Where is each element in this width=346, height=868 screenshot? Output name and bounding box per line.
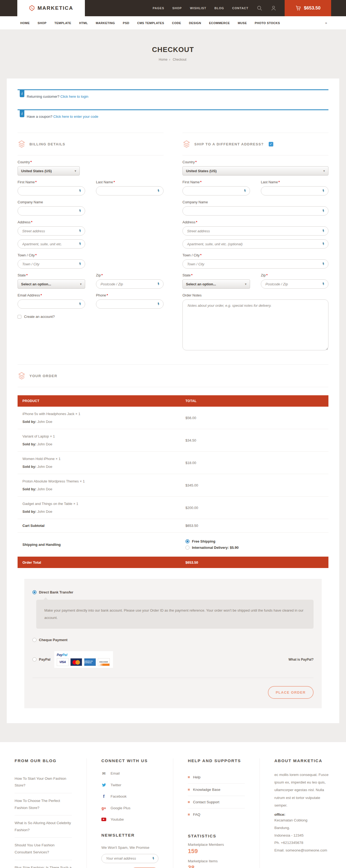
order-total-value: $653.50 <box>185 560 198 564</box>
blog-post-link[interactable]: What is So Alluring About Celebrity Fash… <box>14 815 72 838</box>
subnav-design[interactable]: DESIGN <box>189 21 201 25</box>
shipping-country-select[interactable]: United States (US) ▼ <box>182 166 328 176</box>
email-link[interactable]: ✉Email <box>101 771 159 776</box>
address-line: Kecamatan Coblong <box>274 816 332 824</box>
seller-name: John Doe <box>37 420 53 424</box>
billing-apartment-input[interactable] <box>18 240 85 248</box>
order-total-row: Order Total $653.50 <box>18 557 328 568</box>
breadcrumb-home[interactable]: Home <box>159 58 167 61</box>
facebook-link[interactable]: fFacebook <box>101 794 159 799</box>
subnav-marketing[interactable]: MARKETING <box>96 21 115 25</box>
subnav-muse[interactable]: MUSE <box>238 21 247 25</box>
order-row: Gadget and Things on the Table × 1 Sold … <box>18 497 328 519</box>
contact-support-link[interactable]: Contact Support <box>188 796 245 808</box>
square-bullet-icon <box>188 776 190 778</box>
create-account-checkbox[interactable] <box>18 315 21 319</box>
faq-link[interactable]: FAQ <box>188 808 245 820</box>
logo[interactable]: MARKETICA <box>17 0 85 16</box>
radio-icon[interactable] <box>32 638 36 642</box>
subtotal-label: Cart Subtotal <box>18 524 185 528</box>
radio-selected-icon[interactable] <box>185 539 189 544</box>
blog-post-link[interactable]: How To Choose The Perfect Fashion Store? <box>14 793 72 815</box>
youtube-link[interactable]: ▶Youtube <box>101 817 159 822</box>
free-shipping-option[interactable]: Free Shipping <box>185 539 328 544</box>
subnav-shop[interactable]: SHOP <box>38 21 46 25</box>
billing-street-field-wrap: ✒ <box>18 226 85 236</box>
subnav-template[interactable]: TEMPLATE <box>54 21 71 25</box>
login-link[interactable]: Click here to login <box>60 94 88 98</box>
place-order-button[interactable]: PLACE ORDER <box>268 686 314 699</box>
country-label: Country* <box>182 160 328 164</box>
about-heading: ABOUT MARKETICA <box>274 758 332 763</box>
billing-zip-field-wrap: ✒ <box>96 279 164 289</box>
subnav-cms-templates[interactable]: CMS TEMPLATES <box>137 21 164 25</box>
shipping-company-input[interactable] <box>183 207 328 215</box>
statistics-block: STATISTICS Marketplace Members 159 Marke… <box>188 834 245 868</box>
radio-selected-icon[interactable] <box>32 590 36 594</box>
shipping-zip-input[interactable] <box>261 280 328 288</box>
shipping-apartment-input[interactable] <box>183 240 328 248</box>
shipping-last-name-input[interactable] <box>261 187 328 195</box>
create-account-label: Create an account? <box>24 315 55 319</box>
twitter-link[interactable]: Twitter <box>101 783 159 787</box>
topnav-pages[interactable]: PAGES <box>153 6 164 10</box>
country-selected-value: United States (US) <box>186 169 216 173</box>
blog-post-link[interactable]: How To Start Your Own Fashion Store? <box>14 771 72 793</box>
topnav-contact[interactable]: CONTACT <box>232 6 248 10</box>
billing-country-select[interactable]: United States (US) ▼ <box>18 166 80 176</box>
international-delivery-option[interactable]: International Delivery: $5.90 <box>185 546 328 550</box>
ship-different-checkbox[interactable]: ✓ <box>269 142 273 147</box>
address-label: Address* <box>18 220 164 224</box>
billing-last-name-input[interactable] <box>96 187 163 195</box>
account-icon[interactable] <box>271 5 277 11</box>
subnav-ecommerce[interactable]: ECOMMERCE <box>209 21 230 25</box>
company-label: Company Name <box>18 200 164 204</box>
billing-company-input[interactable] <box>18 207 85 215</box>
billing-first-name-input[interactable] <box>18 187 85 195</box>
billing-email-input[interactable] <box>18 300 85 308</box>
subnav-html[interactable]: HTML <box>79 21 88 25</box>
billing-town-field-wrap: ✒ <box>18 259 85 269</box>
cheque-payment-option[interactable]: Cheque Payment <box>32 638 314 642</box>
breadcrumb-current: Checkout <box>173 58 186 61</box>
help-link[interactable]: Help <box>188 771 245 783</box>
google-plus-link[interactable]: g+Google Plus <box>101 806 159 810</box>
subnav-photo-stocks[interactable]: PHOTO STOCKS <box>255 21 280 25</box>
radio-icon[interactable] <box>185 546 189 550</box>
country-label: Country* <box>18 160 164 164</box>
bank-transfer-option[interactable]: Direct Bank Transfer <box>32 590 314 594</box>
newsletter-email-input[interactable] <box>102 854 158 863</box>
topnav-blog[interactable]: BLOG <box>214 6 224 10</box>
billing-town-input[interactable] <box>18 260 85 268</box>
coupon-link[interactable]: Click here to enter your code <box>53 115 98 119</box>
cart-button[interactable]: $653.50 <box>285 0 331 16</box>
more-categories-icon[interactable]: » <box>325 21 327 25</box>
company-label: Company Name <box>182 200 328 204</box>
what-is-paypal-link[interactable]: What is PayPal? <box>288 658 314 661</box>
select-arrow-icon: ▼ <box>244 283 247 286</box>
product-name: Variant of Laptop × 1 <box>23 434 185 438</box>
paypal-option[interactable]: PayPal PayPal VISA AMERICAN EXPRESS DISC… <box>32 651 314 668</box>
address-line: Indonesia - 12345 <box>274 832 332 839</box>
subnav-home[interactable]: HOME <box>20 21 30 25</box>
topnav-shop[interactable]: SHOP <box>172 6 182 10</box>
topnav-wishlist[interactable]: WISHLIST <box>190 6 207 10</box>
shipping-town-input[interactable] <box>183 260 328 268</box>
shipping-street-input[interactable] <box>183 227 328 235</box>
billing-state-select[interactable]: Select an option... ▼ <box>18 279 85 289</box>
shipping-state-select[interactable]: Select an option... ▼ <box>182 279 250 289</box>
blog-post-link[interactable]: Should You Use Fashion Consultant Servic… <box>14 838 72 860</box>
blog-post-link[interactable]: Plus Size Fashion: Is There Such a Thing… <box>14 860 72 868</box>
visa-card-icon: VISA <box>57 658 69 666</box>
billing-phone-input[interactable] <box>96 300 163 308</box>
search-icon[interactable] <box>256 5 263 11</box>
radio-icon[interactable] <box>32 657 36 661</box>
order-notes-textarea[interactable] <box>182 300 328 350</box>
subnav-psd[interactable]: PSD <box>123 21 129 25</box>
billing-zip-input[interactable] <box>96 280 163 288</box>
billing-street-input[interactable] <box>18 227 85 235</box>
knowledge-base-link[interactable]: Knowladge Base <box>188 783 245 796</box>
shipping-first-name-input[interactable] <box>183 187 250 195</box>
subnav-code[interactable]: CODE <box>172 21 181 25</box>
billing-email-field-wrap: ✒ <box>18 300 85 309</box>
